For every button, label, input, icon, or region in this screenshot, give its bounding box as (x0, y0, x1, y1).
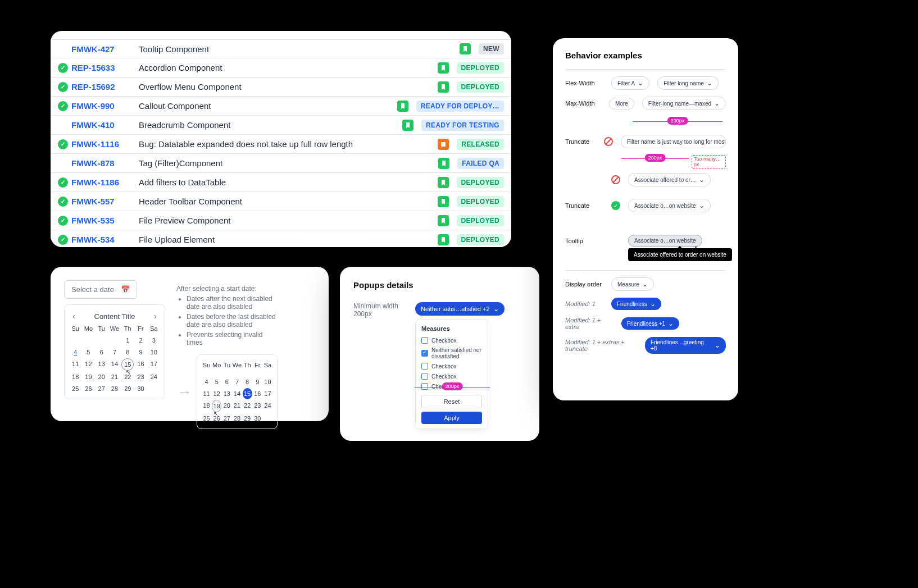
note-item: Dates after the next disabled date are a… (187, 295, 278, 311)
stop-icon (438, 139, 449, 150)
filter-pill[interactable]: Neither satis…atisfied +2 (415, 302, 505, 316)
measures-title: Measures (416, 324, 488, 335)
more-chip[interactable]: More (609, 98, 634, 110)
trunc-bad-chip[interactable]: Filter name is just way too long for mos… (621, 135, 726, 148)
datepicker-card: Select a date 📅 ‹ Content Title › SuMoTu… (51, 267, 329, 421)
ticket-title: File Upload Element (139, 235, 438, 244)
ticket-id[interactable]: FMWK-878 (71, 158, 139, 168)
friendliness1-chip[interactable]: Friendliness +1 (621, 317, 679, 330)
ticket-title: File Preview Component (139, 216, 438, 225)
ticket-title: Bug: Datatable expanded does not take up… (139, 139, 438, 149)
table-row[interactable]: FMWK-410 Breadcrumb Component READY FOR … (51, 116, 511, 135)
table-row[interactable]: FMWK-535 File Preview Component DEPLOYED (51, 211, 511, 230)
notes-title: After selecting a start date: (176, 285, 278, 293)
trunc-ok-chip[interactable]: Associate o…on website (628, 199, 711, 212)
table-row[interactable]: FMWK-557 Header Toolbar Component DEPLOY… (51, 192, 511, 211)
ticket-id[interactable]: FMWK-534 (71, 235, 139, 244)
date-placeholder: Select a date (71, 285, 114, 294)
error-label: Too many…px (692, 155, 726, 168)
status-badge: READY FOR DEPLOY… (416, 101, 504, 112)
ruler: 200px (415, 387, 490, 388)
ticket-id[interactable]: FMWK-557 (71, 197, 139, 206)
table-row[interactable]: FMWK-990 Callout Component READY FOR DEP… (51, 97, 511, 116)
prohibited-icon (604, 137, 613, 146)
popup-heading: Popups details (353, 280, 526, 290)
calendar-title: Content Title (94, 312, 135, 321)
checkbox-icon[interactable] (421, 337, 428, 344)
check-icon (58, 197, 68, 207)
status-badge: READY FOR TESTING (421, 120, 504, 131)
ticket-title: Overflow Menu Component (139, 82, 438, 92)
status-badge: DEPLOYED (457, 81, 504, 93)
note-item: Prevents selecting invalid times (187, 331, 278, 347)
table-row[interactable]: FMWK-1186 Add filters to DataTable DEPLO… (51, 173, 511, 192)
tooltip-chip[interactable]: Associate o…on website (628, 235, 702, 247)
mod1-label: Modified: 1 (565, 300, 603, 307)
svg-rect-0 (441, 142, 446, 147)
next-month-icon[interactable]: › (154, 312, 157, 321)
ticket-id[interactable]: FMWK-1186 (71, 177, 139, 187)
mod3-label: Modified: 1 + extras + truncate (565, 339, 637, 352)
table-row[interactable]: FMWK-427 Tooltip Component NEW (51, 39, 511, 58)
mod2-label: Modified: 1 + extra (565, 317, 613, 330)
table-row[interactable]: FMWK-1116 Bug: Datatable expanded does n… (51, 135, 511, 154)
table-row[interactable]: REP-15692 Overflow Menu Component DEPLOY… (51, 78, 511, 97)
calendar-grid-2[interactable]: SuMoTuWeThFrSa45678910111213141516171819… (202, 359, 272, 424)
popup-dropdown: Measures CheckboxNeither satisfied nor d… (415, 319, 488, 429)
ticket-id[interactable]: REP-15692 (71, 82, 139, 92)
bookmark-icon (438, 196, 449, 207)
table-row[interactable]: FMWK-878 Tag (Filter)Component FAILED QA (51, 154, 511, 173)
checkbox-item[interactable]: Neither satisfied nor dissatisfied (416, 345, 488, 361)
check-icon (58, 82, 68, 92)
calendar-grid[interactable]: SuMoTuWeThFrSa12345678910111213141516171… (69, 323, 160, 394)
checkbox-item[interactable]: Checkbox (416, 361, 488, 371)
trunc-ok-label: Truncate (565, 202, 603, 209)
calendar-left: ‹ Content Title › SuMoTuWeThFrSa12345678… (64, 304, 165, 399)
calendar-right: SuMoTuWeThFrSa45678910111213141516171819… (197, 354, 278, 429)
bookmark-icon (460, 43, 471, 54)
status-badge: DEPLOYED (457, 234, 504, 245)
check-icon (58, 216, 68, 226)
friendliness8-chip[interactable]: Friendlines…greeting +8 (645, 337, 726, 354)
checkbox-icon[interactable] (421, 383, 428, 390)
prev-month-icon[interactable]: ‹ (72, 312, 75, 321)
apply-button[interactable]: Apply (421, 412, 482, 424)
bookmark-icon (397, 101, 408, 112)
calendar-icon: 📅 (121, 285, 130, 294)
tooltip-popover: Associate offered to order on website (628, 248, 732, 261)
filter-a-chip[interactable]: Filter A (611, 76, 649, 90)
max-label: Max-Width (565, 100, 601, 107)
ticket-id[interactable]: FMWK-1116 (71, 139, 139, 149)
display-order-label: Display order (565, 281, 603, 288)
checkbox-icon[interactable] (421, 350, 428, 357)
ticket-id[interactable]: FMWK-990 (71, 101, 139, 111)
checkbox-item[interactable]: Checkbox (416, 335, 488, 345)
filter-b-chip[interactable]: Filter long name (657, 76, 719, 90)
date-input[interactable]: Select a date 📅 (64, 280, 137, 299)
table-row[interactable]: FMWK-534 File Upload Element DEPLOYED (51, 230, 511, 247)
status-badge: RELEASED (457, 139, 504, 150)
checkbox-item[interactable]: Checkbox (416, 371, 488, 381)
friendliness-chip[interactable]: Friendliness (611, 298, 661, 310)
ticket-title: Add filters to DataTable (139, 177, 438, 187)
ticket-title: Accordion Component (139, 63, 438, 72)
ticket-title: Breadcrumb Component (139, 120, 402, 130)
checkbox-icon[interactable] (421, 373, 428, 380)
ticket-id[interactable]: FMWK-535 (71, 216, 139, 225)
tooltip-label: Tooltip (565, 238, 603, 244)
ticket-id[interactable]: REP-15633 (71, 63, 139, 72)
reset-button[interactable]: Reset (421, 395, 482, 408)
check-icon: ✓ (611, 201, 620, 210)
checkbox-icon[interactable] (421, 363, 428, 370)
status-badge: DEPLOYED (457, 177, 504, 188)
check-icon (58, 63, 68, 73)
check-icon (58, 158, 68, 168)
ticket-id[interactable]: FMWK-427 (71, 44, 139, 54)
maxed-chip[interactable]: Filter-long name—maxed (642, 97, 726, 110)
ticket-id[interactable]: FMWK-410 (71, 120, 139, 130)
assoc-chip[interactable]: Associate offered to or… (628, 173, 711, 186)
measure-chip[interactable]: Measure (611, 277, 654, 291)
table-row[interactable]: REP-15633 Accordion Component DEPLOYED (51, 58, 511, 78)
bookmark-icon (438, 215, 449, 226)
ruler: 200px (621, 158, 689, 159)
